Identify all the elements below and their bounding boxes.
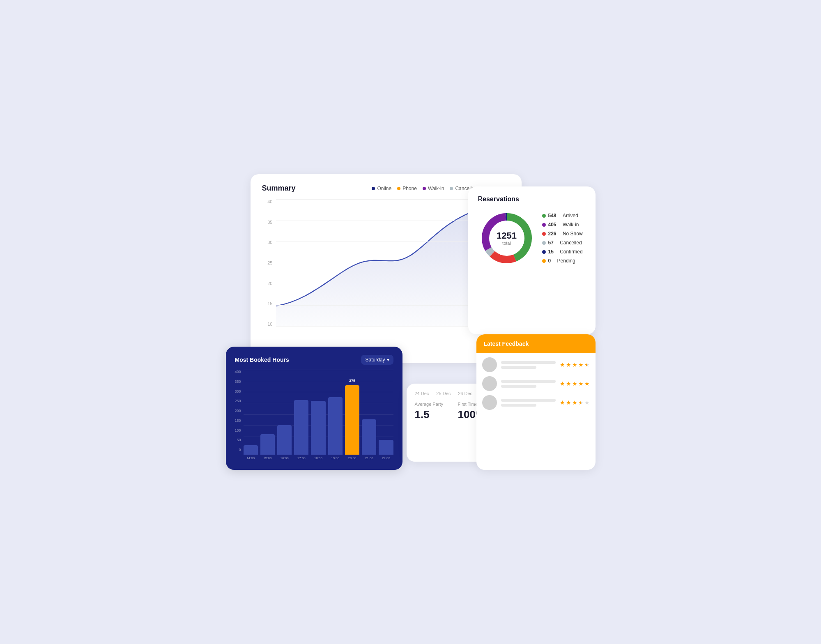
res-legend-dot — [542, 241, 546, 245]
bar — [362, 419, 376, 455]
res-legend-count: 548 — [548, 213, 557, 218]
star-icon: ★ — [566, 361, 571, 368]
bar-wrapper — [244, 381, 258, 455]
bar: 375 — [345, 385, 359, 455]
legend-dot — [397, 187, 400, 190]
y-axis-label: 30 — [267, 240, 274, 245]
donut-total: 1251 — [497, 231, 517, 241]
res-legend-label: Confirmed — [560, 249, 582, 255]
res-legend-item: 0 Pending — [542, 258, 583, 264]
reservations-title: Reservations — [478, 196, 586, 203]
res-legend-count: 226 — [548, 231, 557, 237]
reservations-content: 1251 total 548 Arrived405 Walk-in226 No … — [478, 209, 586, 267]
bar-wrapper — [362, 381, 376, 455]
bar-wrapper — [328, 381, 343, 455]
res-legend-dot — [542, 259, 546, 263]
x-axis-label: 19:00 — [328, 456, 343, 460]
y-axis-label: 15 — [267, 301, 274, 306]
star-icon: ★ — [578, 380, 584, 387]
res-legend-count: 57 — [548, 240, 554, 246]
feedback-line — [501, 399, 556, 402]
day-selector-button[interactable]: Saturday ▾ — [361, 355, 393, 365]
bar-wrapper — [294, 381, 308, 455]
res-legend-item: 15 Confirmed — [542, 249, 583, 255]
star-icon: ★ — [560, 361, 565, 368]
avatar — [482, 357, 497, 372]
y-axis-label: 25 — [267, 260, 274, 265]
legend-item-walk-in: Walk-in — [423, 186, 444, 191]
bar-grid-line — [244, 370, 393, 370]
bar-y-label: 200 — [235, 409, 241, 413]
star-rating: ★★★★★ — [560, 399, 590, 406]
x-labels: 14:0015:0016:0017:0018:0019:0020:0021:00… — [244, 456, 393, 460]
res-legend-count: 15 — [548, 249, 554, 255]
star-icon: ★ — [584, 361, 590, 368]
y-axis-label: 20 — [267, 281, 274, 286]
star-icon: ★ — [584, 399, 590, 406]
x-axis-label: 22:00 — [379, 456, 393, 460]
res-legend-item: 57 Cancelled — [542, 240, 583, 246]
bar-y-label: 400 — [235, 370, 241, 374]
legend-item-phone: Phone — [397, 186, 417, 191]
stats-date-label: 24 Dec — [415, 391, 429, 396]
res-legend-label: Walk-in — [563, 222, 579, 228]
average-party-value: 1.5 — [415, 408, 454, 421]
star-icon: ★ — [566, 380, 571, 387]
res-legend-label: Pending — [557, 258, 575, 264]
bar-wrapper — [277, 381, 292, 455]
star-icon: ★ — [572, 361, 577, 368]
donut-chart: 1251 total — [478, 209, 536, 267]
res-legend-dot — [542, 223, 546, 227]
star-icon: ★ — [560, 380, 565, 387]
feedback-line — [501, 361, 556, 364]
res-legend-item: 548 Arrived — [542, 213, 583, 218]
y-axis-label: 35 — [267, 220, 274, 225]
feedback-line — [501, 380, 556, 383]
star-icon: ★ — [572, 380, 577, 387]
res-legend-count: 0 — [548, 258, 551, 264]
res-legend-item: 226 No Show — [542, 231, 583, 237]
feedback-list: ★★★★★★★★★★★★★★★ — [476, 353, 596, 414]
star-icon: ★ — [566, 399, 571, 406]
bar-y-label: 0 — [239, 448, 241, 452]
legend-label: Walk-in — [428, 186, 444, 191]
x-axis-label: 17:00 — [294, 456, 308, 460]
res-legend-label: Arrived — [563, 213, 578, 218]
star-icon: ★ — [578, 399, 584, 406]
y-axis-label: 40 — [267, 199, 274, 204]
y-axis-label: 10 — [267, 322, 274, 327]
bar — [244, 445, 258, 455]
booked-title: Most Booked Hours — [235, 356, 289, 363]
legend-dot — [423, 187, 426, 190]
dashboard-container: Summary OnlinePhoneWalk-inCancelledNo sh… — [226, 174, 596, 470]
bar — [311, 401, 325, 455]
res-legend-dot — [542, 250, 546, 254]
bars-row: 375 — [244, 370, 393, 456]
feedback-line — [501, 404, 536, 407]
bar — [294, 400, 308, 455]
summary-title: Summary — [262, 184, 296, 193]
x-axis-label: 18:00 — [311, 456, 325, 460]
bar-chart-y-axis: 400350300250200150100500 — [235, 370, 244, 460]
res-legend-dot — [542, 232, 546, 236]
bar-value-label: 375 — [345, 379, 359, 383]
x-axis-label: 21:00 — [362, 456, 376, 460]
feedback-text-lines — [501, 361, 556, 369]
feedback-line — [501, 366, 536, 369]
bar-y-label: 250 — [235, 399, 241, 403]
feedback-item: ★★★★★ — [482, 357, 590, 372]
star-icon: ★ — [560, 399, 565, 406]
feedback-text-lines — [501, 399, 556, 407]
res-legend-label: Cancelled — [560, 240, 582, 246]
avatar — [482, 395, 497, 410]
star-rating: ★★★★★ — [560, 361, 590, 368]
legend-item-online: Online — [372, 186, 391, 191]
legend-dot — [450, 187, 453, 190]
x-axis-label: 16:00 — [277, 456, 292, 460]
legend-label: Online — [377, 186, 391, 191]
bar — [328, 397, 343, 455]
feedback-card: Latest Feedback ★★★★★★★★★★★★★★★ — [476, 334, 596, 470]
bar-y-label: 150 — [235, 419, 241, 423]
bar-chart-inner: 375 14:0015:0016:0017:0018:0019:0020:002… — [244, 370, 393, 460]
donut-center: 1251 total — [497, 231, 517, 246]
